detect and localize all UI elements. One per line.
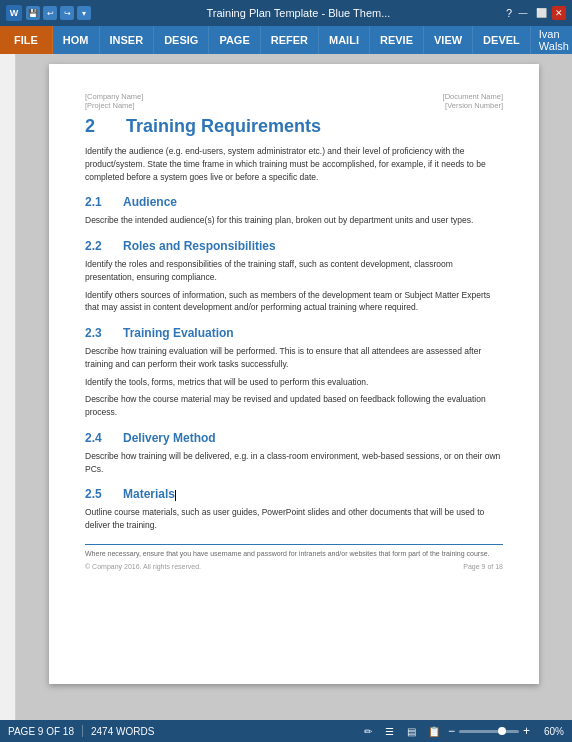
- zoom-slider[interactable]: − +: [448, 724, 530, 738]
- subsection-2-5-title: 2.5 Materials: [85, 487, 503, 501]
- subsection-2-2-title: 2.2 Roles and Responsibilities: [85, 239, 503, 253]
- title-bar-left: W 💾 ↩ ↪ ▾: [6, 5, 91, 21]
- tab-developer[interactable]: DEVEL: [473, 26, 531, 54]
- zoom-minus-button[interactable]: −: [448, 724, 455, 738]
- subsection-2-5-number: 2.5: [85, 487, 107, 501]
- subsection-2-2-number: 2.2: [85, 239, 107, 253]
- subsection-2-4-number: 2.4: [85, 431, 107, 445]
- minimize-button[interactable]: —: [516, 6, 530, 20]
- tab-references[interactable]: REFER: [261, 26, 319, 54]
- document-area[interactable]: [Company Name] [Project Name] [Document …: [16, 54, 572, 720]
- subsection-2-3-number: 2.3: [85, 326, 107, 340]
- subsection-2-5-label: Materials: [123, 487, 176, 501]
- subsection-2-1-label: Audience: [123, 195, 177, 209]
- zoom-track[interactable]: [459, 730, 519, 733]
- tab-insert[interactable]: INSER: [100, 26, 155, 54]
- subsection-2-4-label: Delivery Method: [123, 431, 216, 445]
- subsection-2-3-para-3: Describe how the course material may be …: [85, 393, 503, 419]
- footer-divider: [85, 544, 503, 545]
- text-cursor: [175, 490, 176, 501]
- tab-home[interactable]: HOM: [53, 26, 100, 54]
- project-name: [Project Name]: [85, 101, 143, 110]
- proofing-icon[interactable]: ✏: [360, 723, 376, 739]
- title-bar: W 💾 ↩ ↪ ▾ Training Plan Template - Blue …: [0, 0, 572, 26]
- doc-header: [Company Name] [Project Name] [Document …: [85, 92, 503, 110]
- save-icon[interactable]: 💾: [26, 6, 40, 20]
- user-area: Ivan Walsh K: [531, 26, 572, 54]
- tab-review[interactable]: REVIE: [370, 26, 424, 54]
- tab-view[interactable]: VIEW: [424, 26, 473, 54]
- subsection-2-4-para-1: Describe how training will be delivered,…: [85, 450, 503, 476]
- section-title-text: Training Requirements: [126, 116, 321, 136]
- section-intro: Identify the audience (e.g. end-users, s…: [85, 145, 503, 183]
- subsection-2-2-para-2: Identify others sources of information, …: [85, 289, 503, 315]
- app-icon: W: [6, 5, 22, 21]
- tab-page[interactable]: PAGE: [209, 26, 260, 54]
- version-number: [Version Number]: [443, 101, 503, 110]
- dropdown-icon[interactable]: ▾: [77, 6, 91, 20]
- ribbon-tab-bar: FILE HOM INSER DESIG PAGE REFER MAILI RE…: [0, 26, 572, 54]
- tab-mailings[interactable]: MAILI: [319, 26, 370, 54]
- subsection-2-2-para-1: Identify the roles and responsibilities …: [85, 258, 503, 284]
- subsection-2-2-label: Roles and Responsibilities: [123, 239, 276, 253]
- subsection-2-1-number: 2.1: [85, 195, 107, 209]
- restore-button[interactable]: ⬜: [534, 6, 548, 20]
- subsection-2-4-title: 2.4 Delivery Method: [85, 431, 503, 445]
- subsection-2-3-label: Training Evaluation: [123, 326, 234, 340]
- subsection-2-5-para-1: Outline course materials, such as user g…: [85, 506, 503, 532]
- user-name: Ivan Walsh: [539, 28, 572, 52]
- quick-access-toolbar: 💾 ↩ ↪ ▾: [26, 6, 91, 20]
- footer-page: Page 9 of 18: [463, 563, 503, 570]
- section-2-title: 2 Training Requirements: [85, 116, 503, 137]
- redo-icon[interactable]: ↪: [60, 6, 74, 20]
- status-bar: PAGE 9 OF 18 2474 WORDS ✏ ☰ ▤ 📋 − + 60%: [0, 720, 572, 742]
- help-icon[interactable]: ?: [506, 7, 512, 19]
- zoom-percentage: 60%: [536, 726, 564, 737]
- company-name: [Company Name]: [85, 92, 143, 101]
- view-read-icon[interactable]: 📋: [426, 723, 442, 739]
- ribbon: FILE HOM INSER DESIG PAGE REFER MAILI RE…: [0, 26, 572, 54]
- subsection-2-1-title: 2.1 Audience: [85, 195, 503, 209]
- window-controls: ? — ⬜ ✕: [506, 6, 566, 20]
- footer-copyright: © Company 2016. All rights reserved.: [85, 563, 201, 570]
- footer-note: Where necessary, ensure that you have us…: [85, 549, 503, 559]
- tab-file[interactable]: FILE: [0, 26, 53, 54]
- close-button[interactable]: ✕: [552, 6, 566, 20]
- company-project-info: [Company Name] [Project Name]: [85, 92, 143, 110]
- main-area: [Company Name] [Project Name] [Document …: [0, 54, 572, 720]
- subsection-2-3-title: 2.3 Training Evaluation: [85, 326, 503, 340]
- document-name: [Document Name]: [443, 92, 503, 101]
- zoom-thumb[interactable]: [498, 727, 506, 735]
- subsection-2-1-para-1: Describe the intended audience(s) for th…: [85, 214, 503, 227]
- status-sep-1: [82, 725, 83, 737]
- zoom-plus-button[interactable]: +: [523, 724, 530, 738]
- left-panel: [0, 54, 16, 720]
- view-layout-icon[interactable]: ▤: [404, 723, 420, 739]
- undo-icon[interactable]: ↩: [43, 6, 57, 20]
- page-info: PAGE 9 OF 18: [8, 726, 74, 737]
- document-version-info: [Document Name] [Version Number]: [443, 92, 503, 110]
- title-text: Training Plan Template - Blue Them...: [91, 7, 506, 19]
- word-count: 2474 WORDS: [91, 726, 154, 737]
- status-right: ✏ ☰ ▤ 📋 − + 60%: [360, 723, 564, 739]
- tab-design[interactable]: DESIG: [154, 26, 209, 54]
- view-normal-icon[interactable]: ☰: [382, 723, 398, 739]
- footer-bottom: © Company 2016. All rights reserved. Pag…: [85, 563, 503, 570]
- section-number: 2: [85, 116, 121, 137]
- page-status: PAGE 9 OF 18: [8, 726, 74, 737]
- subsection-2-3-para-1: Describe how training evaluation will be…: [85, 345, 503, 371]
- subsection-2-3-para-2: Identify the tools, forms, metrics that …: [85, 376, 503, 389]
- word-count-status: 2474 WORDS: [91, 726, 154, 737]
- page: [Company Name] [Project Name] [Document …: [49, 64, 539, 684]
